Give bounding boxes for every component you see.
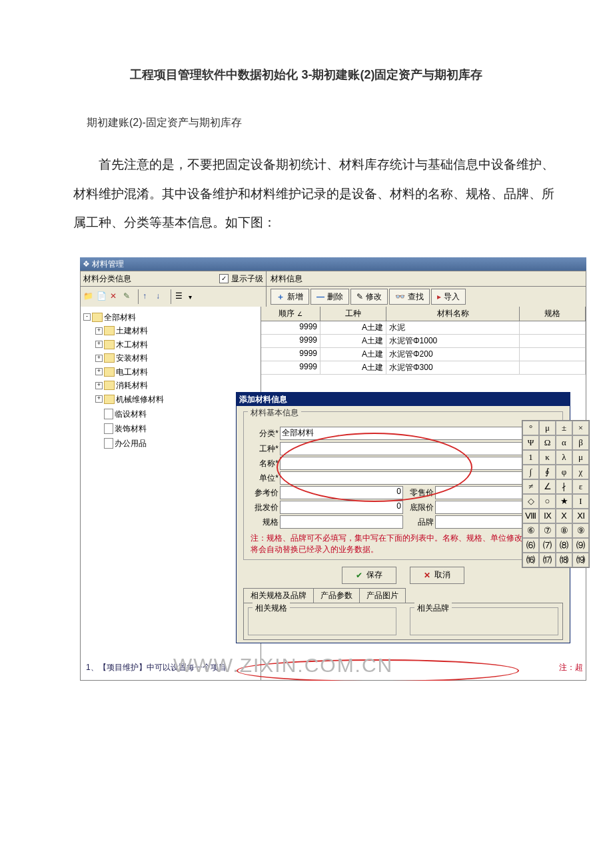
expand-icon[interactable]: - — [83, 313, 91, 321]
expand-icon[interactable]: + — [95, 395, 103, 403]
new-folder-icon[interactable]: 📁 — [83, 291, 94, 302]
expand-icon[interactable]: + — [95, 355, 103, 362]
refprice-input[interactable]: 0 — [280, 486, 403, 499]
tree-item[interactable]: 装饰材料 — [115, 423, 147, 435]
tree-item[interactable]: 临设材料 — [115, 408, 147, 420]
type-input[interactable] — [280, 442, 547, 455]
symbol-key[interactable]: ★ — [556, 494, 572, 509]
unit-input[interactable] — [280, 471, 547, 485]
symbol-key[interactable]: ⑥ — [522, 523, 539, 538]
symbol-key[interactable]: Ψ — [522, 435, 539, 450]
delete-icon[interactable]: ✕ — [110, 291, 121, 302]
left-toolbar: 📁 📄 ✕ ✎ ↑ ↓ ☰ ▾ — [81, 287, 267, 307]
expand-icon[interactable]: + — [95, 341, 103, 348]
dropdown-caret-icon[interactable]: ▾ — [189, 293, 192, 301]
symbol-key[interactable]: ∮ — [539, 465, 556, 479]
symbol-key[interactable]: ≠ — [522, 479, 539, 494]
symbol-key[interactable]: ∫ — [522, 465, 539, 479]
col-type[interactable]: 工种 — [320, 307, 386, 321]
window-title: 材料管理 — [92, 259, 124, 269]
tree-item[interactable]: 安装材料 — [116, 352, 148, 364]
table-row[interactable]: 9999A土建水泥管Φ1000 — [261, 335, 586, 348]
symbol-key[interactable]: χ — [572, 465, 589, 479]
symbol-key[interactable]: ⑼ — [572, 538, 589, 553]
symbol-key[interactable]: φ — [556, 465, 572, 479]
right-panel-header: 材料信息 — [267, 271, 586, 286]
tab-product-image[interactable]: 产品图片 — [359, 588, 406, 603]
symbol-key[interactable]: α — [556, 435, 572, 450]
symbol-key[interactable]: μ — [572, 450, 589, 465]
symbol-key[interactable]: ⑻ — [556, 538, 572, 553]
symbol-key[interactable]: Ω — [539, 435, 556, 450]
col-seq[interactable]: 顺序 ∠ — [261, 307, 320, 321]
table-row[interactable]: 9999A土建水泥管Φ200 — [261, 348, 586, 361]
symbol-key[interactable]: ⑹ — [522, 538, 539, 553]
tree-item[interactable]: 木工材料 — [116, 339, 148, 351]
tree-item[interactable]: 机械维修材料 — [116, 393, 164, 405]
doc-subtitle: 期初建账(2)-固定资产与期初库存 — [0, 116, 613, 130]
symbol-key[interactable]: ± — [556, 421, 572, 435]
move-down-icon[interactable]: ↓ — [156, 291, 167, 302]
tree-item[interactable]: 办公用品 — [115, 437, 147, 449]
delete-button[interactable]: —删除 — [310, 289, 349, 305]
symbol-key[interactable]: ⒅ — [556, 553, 572, 567]
help-footer: 1、【项目维护】中可以设置每一个项目 — [86, 662, 227, 673]
move-up-icon[interactable]: ↑ — [143, 291, 153, 302]
edit-button[interactable]: ✎修改 — [350, 289, 388, 305]
tree-root[interactable]: 全部材料 — [104, 311, 136, 323]
symbol-key[interactable]: ∤ — [556, 479, 572, 494]
symbol-key[interactable]: ∠ — [539, 479, 556, 494]
symbol-key[interactable]: × — [572, 421, 589, 435]
edit-tree-icon[interactable]: ✎ — [123, 291, 134, 302]
category-tree[interactable]: -全部材料 +土建材料 +木工材料 +安装材料 +电工材料 +消耗材料 +机械维… — [81, 307, 261, 680]
name-input[interactable] — [280, 457, 558, 470]
symbol-key[interactable]: μ — [539, 421, 556, 435]
tab-spec-brand[interactable]: 相关规格及品牌 — [243, 588, 314, 603]
expand-icon[interactable]: + — [95, 327, 103, 335]
symbol-key[interactable]: ⒆ — [572, 553, 589, 567]
symbol-key[interactable]: ⒃ — [522, 553, 539, 567]
col-name[interactable]: 材料名称 — [386, 307, 520, 321]
search-button[interactable]: 👓查找 — [389, 289, 430, 305]
symbol-key[interactable]: β — [572, 435, 589, 450]
symbol-key[interactable]: ⑺ — [539, 538, 556, 553]
import-button[interactable]: ▸导入 — [431, 289, 466, 305]
symbol-key[interactable]: 1 — [522, 450, 539, 465]
col-spec[interactable]: 规格 — [520, 307, 586, 321]
expand-icon[interactable]: + — [95, 382, 103, 389]
category-input[interactable]: 全部材料 — [280, 427, 540, 440]
document-icon — [104, 423, 113, 434]
cancel-button[interactable]: ✕取消 — [410, 567, 464, 584]
symbol-key[interactable]: ⑨ — [572, 523, 589, 538]
table-row[interactable]: 9999A土建水泥管Φ300 — [261, 361, 586, 375]
symbol-key[interactable]: Ⅷ — [522, 509, 539, 523]
symbol-key[interactable]: ° — [522, 421, 539, 435]
add-button[interactable]: ＋新增 — [271, 289, 309, 305]
symbol-key[interactable]: ◇ — [522, 494, 539, 509]
symbol-key[interactable]: ⑧ — [556, 523, 572, 538]
tree-tool-icon[interactable]: ☰ — [175, 291, 186, 302]
symbol-key[interactable]: ⑦ — [539, 523, 556, 538]
symbol-key[interactable]: κ — [539, 450, 556, 465]
table-row[interactable]: 9999A土建水泥 — [261, 321, 586, 335]
symbol-key[interactable]: Ⅹ — [556, 509, 572, 523]
spec-input[interactable] — [280, 515, 403, 529]
wholesale-input[interactable]: 0 — [280, 501, 403, 514]
expand-icon[interactable]: + — [95, 368, 103, 375]
tree-item[interactable]: 电工材料 — [116, 366, 148, 378]
symbol-key[interactable]: Ⅺ — [572, 509, 589, 523]
symbol-key[interactable]: Ι — [572, 494, 589, 509]
symbol-key[interactable]: ε — [572, 479, 589, 494]
show-sublevel-checkbox[interactable]: ✓ — [219, 274, 229, 283]
save-button[interactable]: ✔保存 — [342, 567, 396, 584]
tree-item[interactable]: 土建材料 — [116, 325, 148, 337]
tab-product-params[interactable]: 产品参数 — [313, 588, 360, 603]
tree-item[interactable]: 消耗材料 — [116, 379, 148, 391]
symbol-key[interactable]: ⒄ — [539, 553, 556, 567]
annotation-ellipse — [237, 659, 519, 681]
symbol-key[interactable]: λ — [556, 450, 572, 465]
label-unit: 单位* — [248, 473, 280, 484]
new-file-icon[interactable]: 📄 — [97, 291, 107, 302]
symbol-key[interactable]: Ⅸ — [539, 509, 556, 523]
symbol-key[interactable]: ○ — [539, 494, 556, 509]
